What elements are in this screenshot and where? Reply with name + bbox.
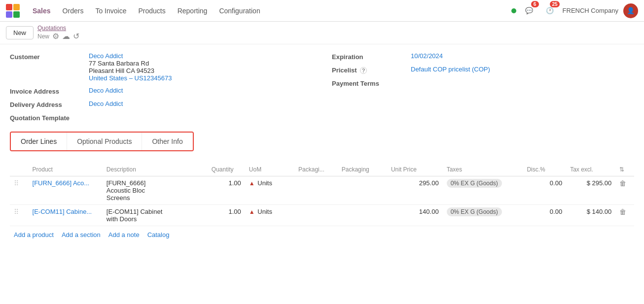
quotation-template-field: Quotation Template bbox=[10, 113, 312, 122]
customer-addr3[interactable]: United States – US12345673 bbox=[89, 74, 172, 82]
toolbar: New Quotations New ⚙ ☁ ↺ bbox=[0, 22, 644, 44]
th-unit-price: Unit Price bbox=[387, 163, 443, 176]
tax-excl-2: $ 140.00 bbox=[566, 205, 615, 226]
th-packaging: Packaging bbox=[338, 163, 387, 176]
clock-icon: 🕐 bbox=[546, 7, 554, 14]
table-header-row: Product Description Quantity UoM Packagi… bbox=[10, 163, 634, 176]
chat-icon: 💬 bbox=[525, 7, 533, 14]
nav-right: 💬 6 🕐 25 FRENCH Company 👤 bbox=[511, 3, 638, 19]
customer-addr1: 77 Santa Barbara Rd bbox=[89, 60, 172, 67]
drag-handle-1[interactable]: ⠿ bbox=[10, 176, 29, 205]
breadcrumb-parent[interactable]: Quotations bbox=[37, 25, 79, 32]
delete-row-1[interactable]: 🗑 bbox=[615, 176, 634, 205]
form-left: Customer Deco Addict 77 Santa Barbara Rd… bbox=[10, 52, 312, 127]
form-right: Expiration 10/02/2024 Pricelist ? Defaul… bbox=[332, 52, 634, 127]
pricelist-field: Pricelist ? Default COP pricelist (COP) bbox=[332, 66, 634, 74]
activities-badge: 25 bbox=[550, 1, 559, 7]
settings-icon[interactable]: ⚙ bbox=[52, 32, 59, 41]
disc-1[interactable]: 0.00 bbox=[523, 176, 566, 205]
disc-2[interactable]: 0.00 bbox=[523, 205, 566, 226]
uom-chart-icon-1: ▲ bbox=[249, 180, 255, 187]
nav-configuration[interactable]: Configuration bbox=[214, 4, 265, 18]
delivery-address-field: Delivery Address Deco Addict bbox=[10, 100, 312, 108]
breadcrumb-current: New bbox=[37, 33, 49, 40]
add-note-link[interactable]: Add a note bbox=[108, 231, 140, 238]
catalog-link[interactable]: Catalog bbox=[147, 231, 170, 238]
svg-rect-0 bbox=[6, 4, 12, 10]
pricelist-label: Pricelist ? bbox=[332, 66, 411, 74]
nav-orders[interactable]: Orders bbox=[58, 4, 89, 18]
packagi-1[interactable] bbox=[294, 176, 338, 205]
messages-badge: 6 bbox=[531, 1, 539, 7]
table-row: ⠿ [E-COM11] Cabine... [E-COM11] Cabinet … bbox=[10, 205, 634, 226]
customer-addr2: Pleasant Hill CA 94523 bbox=[89, 67, 172, 74]
invoice-address-field: Invoice Address Deco Addict bbox=[10, 87, 312, 95]
product-name-2: [E-COM11] Cabine... bbox=[29, 205, 103, 226]
nav-products[interactable]: Products bbox=[133, 4, 170, 18]
uom-chart-icon-2: ▲ bbox=[249, 208, 255, 215]
customer-label: Customer bbox=[10, 52, 89, 61]
refresh-icon[interactable]: ↺ bbox=[73, 32, 79, 41]
activities-button[interactable]: 🕐 25 bbox=[542, 3, 558, 19]
uom-2: ▲ Units bbox=[245, 205, 294, 226]
packagi-2[interactable] bbox=[294, 205, 338, 226]
th-quantity: Quantity bbox=[208, 163, 245, 176]
th-taxes: Taxes bbox=[443, 163, 523, 176]
svg-rect-2 bbox=[6, 11, 12, 18]
packaging-1[interactable] bbox=[338, 176, 387, 205]
expiration-value[interactable]: 10/02/2024 bbox=[411, 52, 443, 60]
nav-to-invoice[interactable]: To Invoice bbox=[90, 4, 131, 18]
th-adjust[interactable]: ⇅ bbox=[615, 163, 634, 176]
add-links: Add a product Add a section Add a note C… bbox=[10, 226, 634, 243]
tab-order-lines[interactable]: Order Lines bbox=[11, 133, 67, 150]
unit-price-1[interactable]: 295.00 bbox=[387, 176, 443, 205]
tabs-container: Order Lines Optional Products Other Info bbox=[10, 132, 194, 151]
expiration-label: Expiration bbox=[332, 52, 411, 61]
th-drag bbox=[10, 163, 29, 176]
delivery-address-value[interactable]: Deco Addict bbox=[89, 100, 123, 107]
th-disc: Disc.% bbox=[523, 163, 566, 176]
cloud-icon[interactable]: ☁ bbox=[62, 32, 70, 41]
payment-terms-label: Payment Terms bbox=[332, 79, 411, 87]
delivery-address-label: Delivery Address bbox=[10, 100, 89, 108]
delete-row-2[interactable]: 🗑 bbox=[615, 205, 634, 226]
unit-price-2[interactable]: 140.00 bbox=[387, 205, 443, 226]
drag-handle-2[interactable]: ⠿ bbox=[10, 205, 29, 226]
app-logo[interactable] bbox=[6, 4, 20, 18]
nav-sales[interactable]: Sales bbox=[28, 4, 56, 18]
add-section-link[interactable]: Add a section bbox=[62, 231, 101, 238]
pricelist-help-icon[interactable]: ? bbox=[360, 67, 367, 74]
nav-menu: Sales Orders To Invoice Products Reporti… bbox=[28, 4, 265, 18]
taxes-2: 0% EX G (Goods) bbox=[443, 205, 523, 226]
form-header: Customer Deco Addict 77 Santa Barbara Rd… bbox=[10, 52, 634, 127]
expiration-field: Expiration 10/02/2024 bbox=[332, 52, 634, 61]
messages-button[interactable]: 💬 6 bbox=[521, 3, 537, 19]
th-uom: UoM bbox=[245, 163, 294, 176]
invoice-address-value[interactable]: Deco Addict bbox=[89, 87, 123, 94]
tab-other-info[interactable]: Other Info bbox=[142, 133, 192, 150]
th-description: Description bbox=[103, 163, 208, 176]
tax-badge-1[interactable]: 0% EX G (Goods) bbox=[447, 179, 502, 188]
add-product-link[interactable]: Add a product bbox=[14, 231, 54, 238]
uom-1: ▲ Units bbox=[245, 176, 294, 205]
svg-rect-3 bbox=[13, 11, 20, 18]
description-1: [FURN_6666] Acoustic Bloc Screens bbox=[103, 176, 208, 205]
pricelist-value[interactable]: Default COP pricelist (COP) bbox=[411, 66, 490, 73]
new-button[interactable]: New bbox=[6, 26, 34, 39]
tab-optional-products[interactable]: Optional Products bbox=[67, 133, 142, 150]
table-row: ⠿ [FURN_6666] Aco... [FURN_6666] Acousti… bbox=[10, 176, 634, 205]
th-packagi: Packagi... bbox=[294, 163, 338, 176]
nav-reporting[interactable]: Reporting bbox=[173, 4, 213, 18]
quantity-2[interactable]: 1.00 bbox=[208, 205, 245, 226]
quantity-1[interactable]: 1.00 bbox=[208, 176, 245, 205]
payment-terms-field: Payment Terms bbox=[332, 79, 634, 87]
quotation-template-label: Quotation Template bbox=[10, 113, 89, 122]
tax-badge-2[interactable]: 0% EX G (Goods) bbox=[447, 207, 502, 216]
customer-field: Customer Deco Addict 77 Santa Barbara Rd… bbox=[10, 52, 312, 82]
online-status-dot bbox=[511, 8, 516, 13]
packaging-2[interactable] bbox=[338, 205, 387, 226]
tabs-wrapper: Order Lines Optional Products Other Info bbox=[10, 132, 634, 157]
company-name[interactable]: FRENCH Company bbox=[563, 7, 618, 14]
user-avatar[interactable]: 👤 bbox=[623, 3, 638, 18]
customer-name[interactable]: Deco Addict bbox=[89, 52, 172, 60]
